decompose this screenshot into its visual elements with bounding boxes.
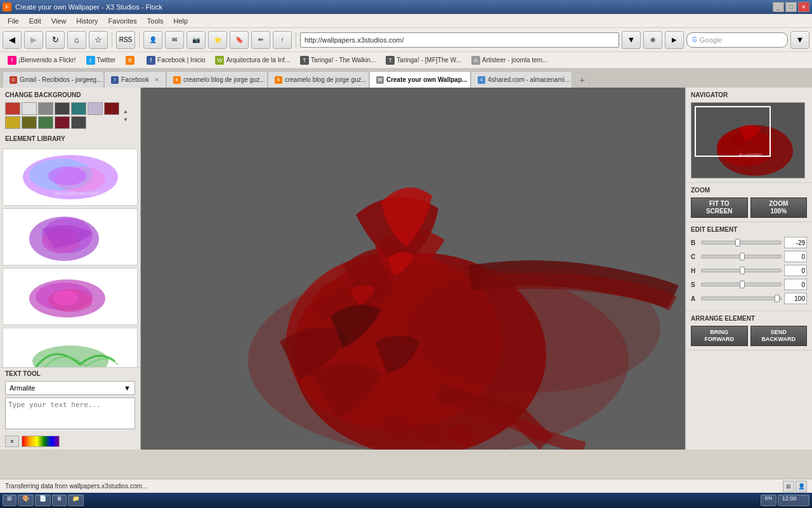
swatch-darkgray[interactable] [55,102,70,115]
slider-h-track[interactable] [701,269,782,272]
address-bar[interactable]: http://wallpapers.x3studios.com/ [300,32,619,48]
flock-btn3[interactable]: 📷 [187,31,206,49]
swatch-darkred[interactable] [104,102,119,115]
bookmark-twitter[interactable]: t Twitter [82,55,119,66]
slider-b-thumb[interactable] [735,239,740,246]
align-left-button[interactable]: ≡ [5,436,19,447]
slider-s-thumb[interactable] [740,281,745,288]
close-button[interactable]: ✕ [798,2,809,12]
menu-history[interactable]: History [71,16,103,26]
bookmark-blogger[interactable]: B [122,55,140,66]
maximize-button[interactable]: □ [785,2,797,12]
swatch-lightgray[interactable] [22,102,37,115]
navigator-viewport[interactable] [695,106,771,157]
tab-facebook[interactable]: f Facebook ✕ [104,71,166,88]
bookmark-facebook[interactable]: f Facebook | Inicio [143,55,209,66]
bookmark-button[interactable]: ☆ [89,31,108,49]
send-backward-button[interactable]: SEND BACKWARD [750,326,808,346]
tab-gmail[interactable]: G Gmail - Recibidos - jorgeeg... ✕ [3,71,104,88]
element-item-3[interactable] [3,268,138,325]
slider-b-track[interactable] [701,241,782,244]
back-button[interactable]: ◀ [3,31,22,49]
tab-facebook-close[interactable]: ✕ [154,76,159,83]
flock-btn4[interactable]: ⭐ [208,31,227,49]
slider-h-label: H [691,267,698,274]
swatch-gray[interactable] [38,102,53,115]
tab-wallpaper[interactable]: W Create your own Wallpap... ✕ [369,71,471,88]
swatch-maroon[interactable] [55,116,70,129]
slider-c-thumb[interactable] [740,253,745,260]
search-dropdown[interactable]: ▼ [790,31,809,49]
status-user-button[interactable]: 👤 [796,481,807,492]
address-dropdown[interactable]: ▼ [622,31,641,49]
bookmark-taringa1[interactable]: T Taringa! - The Walkin... [296,55,379,66]
taskbar-app3[interactable]: 🖥 [52,495,67,506]
bookmark-flickr[interactable]: f ¡Bienvenido a Flickr! [4,55,80,66]
swatch-olive[interactable] [22,116,37,129]
menu-edit[interactable]: Edit [24,16,46,26]
taskbar-app2[interactable]: 📄 [35,495,51,506]
taskbar-start[interactable]: ⊞ [3,495,16,506]
refresh-button[interactable]: ↻ [46,31,65,49]
flock-btn7[interactable]: ↑ [273,31,292,49]
fit-to-screen-button[interactable]: FIT TO SCREEN [691,197,748,218]
slider-h-thumb[interactable] [740,267,745,274]
menu-favorites[interactable]: Favorites [103,16,142,26]
menu-file[interactable]: File [3,16,24,26]
canvas-area[interactable] [141,88,685,450]
slider-a-track[interactable] [701,297,782,300]
new-tab-button[interactable]: + [575,72,590,88]
menu-help[interactable]: Help [169,16,193,26]
element-item-2[interactable] [3,208,138,265]
swatch-gold[interactable] [5,116,20,129]
zoom-100-button[interactable]: ZOOM 100% [750,197,808,218]
flock-btn2[interactable]: ✉ [165,31,184,49]
slider-a-thumb[interactable] [775,295,780,302]
swatch-lavender[interactable] [88,102,103,115]
swatch-teal[interactable] [71,102,86,115]
nav-btn2[interactable]: ▶ [665,31,684,49]
text-tool-bottom: ≡ [0,433,140,450]
tab-blogger2[interactable]: B creamelo blog de jorge guz... ✕ [268,71,369,88]
menu-tools[interactable]: Tools [142,16,169,26]
zoom-label1: ZOOM [769,200,788,208]
flock-btn1[interactable]: 👤 [143,31,162,49]
menu-bar: File Edit View History Favorites Tools H… [0,14,812,28]
nav-btn1[interactable]: ⊕ [643,31,662,49]
slider-a-value: 100 [784,293,807,304]
color-picker[interactable] [22,436,60,447]
taskbar-app1[interactable]: 🎨 [18,495,34,506]
element-item-1[interactable]: decorative element [3,149,138,206]
arrange-element-title: ARRANGE ELEMENT [691,315,807,322]
taskbar-systray[interactable]: EN [761,495,776,506]
text-input[interactable] [5,398,135,429]
slider-c-track[interactable] [701,255,782,258]
rss-button[interactable]: RSS [116,31,135,49]
bookmark-artisteer[interactable]: A Artisteer - joomla tem... [468,55,551,66]
swatch-red[interactable] [5,102,20,115]
flock-btn5[interactable]: 🔖 [230,31,249,49]
bookmark-we[interactable]: W Arquitectura de la Inf... [211,55,294,66]
color-scroll-up[interactable]: ▲ [122,107,129,116]
home-button[interactable]: ⌂ [67,31,86,49]
menu-view[interactable]: View [46,16,72,26]
text-tool-title: TEXT TOOL [5,370,135,377]
slider-s-track[interactable] [701,283,782,286]
search-bar[interactable]: G Google [686,32,788,48]
swatch-green[interactable] [38,116,53,129]
element-item-4[interactable] [3,328,138,367]
minimize-button[interactable]: _ [773,2,784,12]
color-scroll: ▲ ▼ [122,107,129,124]
font-select[interactable]: Armalite ▼ [5,381,135,395]
tab-blogger1[interactable]: B creamelo blog de jorge guz... ✕ [166,71,268,88]
color-scroll-down[interactable]: ▼ [122,116,129,124]
canvas-svg [141,88,685,450]
flock-btn6[interactable]: ✏ [251,31,270,49]
taskbar-app4[interactable]: 📁 [68,495,84,506]
forward-button[interactable]: ▶ [24,31,43,49]
tab-4shared[interactable]: 4 4shared.com - almacenamí... ✕ [471,71,572,88]
bring-forward-button[interactable]: BRING FORWARD [691,326,748,346]
swatch-charcoal[interactable] [71,116,86,129]
bookmark-taringa2[interactable]: T Taringa! - [MF]The W... [382,55,465,66]
status-expand-button[interactable]: ⊞ [783,481,794,492]
